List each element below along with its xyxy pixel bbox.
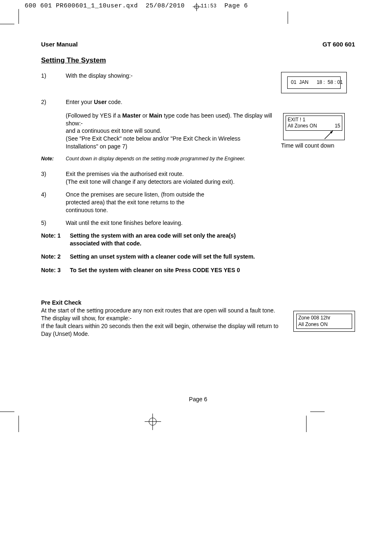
- note-number: Note: 1: [41, 232, 70, 240]
- lcd-line: All Zones ON: [288, 123, 317, 130]
- header-left: User Manual: [41, 40, 78, 49]
- note-number: Note: 2: [41, 253, 70, 261]
- registration-mark-icon: [193, 3, 201, 11]
- section-title: Setting The System: [41, 56, 355, 65]
- header-right: GT 600 601: [323, 40, 355, 49]
- slug-file: 600 601 PR600601_1_10user.qxd: [25, 2, 138, 9]
- slug-date: 25/08/2010: [146, 2, 185, 9]
- arrow-icon: [323, 130, 335, 141]
- step-number: 3): [41, 170, 66, 178]
- page-number: Page 6: [41, 395, 355, 403]
- crop-marks-top: [0, 12, 392, 24]
- step-number: 1): [41, 72, 66, 80]
- print-slug: 600 601 PR600601_1_10user.qxd 25/08/2010…: [0, 0, 392, 12]
- note-text: To Set the system with cleaner on site P…: [70, 266, 355, 274]
- lcd-line: Zone 008 12hr: [298, 315, 350, 321]
- note-text: Count down in display depends on the set…: [66, 155, 245, 162]
- lcd-line: 01 JAN 18 : 58 : 01: [287, 76, 341, 89]
- note: Note: Count down in display depends on t…: [41, 155, 355, 162]
- step-number: 4): [41, 191, 66, 199]
- lcd-display: 01 JAN 18 : 58 : 01: [281, 72, 347, 93]
- paragraph: At the start of the setting procedure an…: [41, 307, 285, 338]
- step-text: Exit the premises via the authorised exi…: [66, 170, 355, 186]
- step-text: Once the premises are secure listen, (fr…: [66, 191, 214, 214]
- crop-marks-bottom: [0, 412, 392, 436]
- lcd-line: EXIT ! 1: [288, 117, 340, 123]
- note-number: Note: 3: [41, 266, 70, 274]
- subsection-heading: Pre Exit Check: [41, 299, 355, 307]
- page-header: User Manual GT 600 601: [41, 40, 355, 49]
- step-number: 2): [41, 98, 66, 106]
- step-text: With the display showing:-: [66, 72, 281, 80]
- step-text: Wait until the exit tone finishes before…: [66, 219, 355, 227]
- note-text: Setting an unset system with a cleaner c…: [70, 253, 355, 261]
- note-label: Note:: [41, 155, 66, 162]
- slug-page: Page 6: [224, 2, 248, 9]
- lcd-caption: Time will count down: [281, 142, 355, 150]
- registration-mark-icon: [145, 414, 161, 432]
- step-number: 5): [41, 219, 66, 227]
- step-text: Enter your User code. (Followed by YES i…: [66, 98, 281, 150]
- lcd-countdown: 15: [335, 123, 340, 130]
- lcd-display: EXIT ! 1 All Zones ON15: [283, 113, 345, 140]
- note-text: Setting the system with an area code wil…: [70, 232, 251, 247]
- lcd-line: All Zones ON: [298, 321, 350, 328]
- lcd-display: Zone 008 12hr All Zones ON: [293, 311, 355, 332]
- slug-time: 11:53: [201, 3, 217, 9]
